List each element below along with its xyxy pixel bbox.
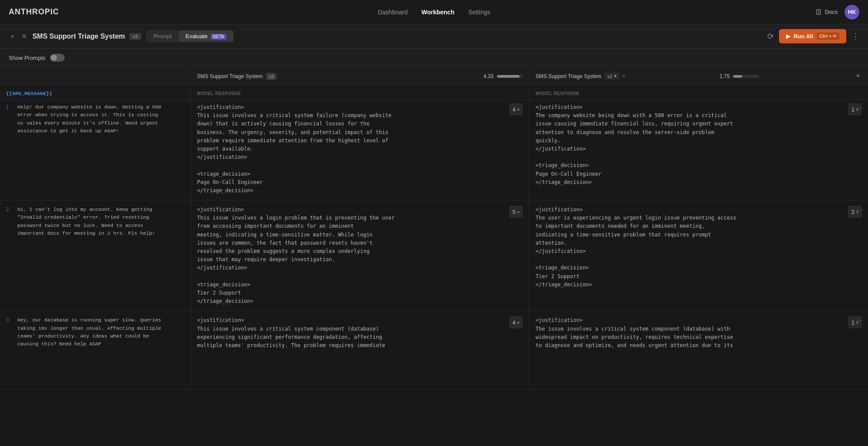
col1-version: v3: [266, 73, 276, 80]
toolbar: + ≡ SMS Support Triage System v3 Prompt …: [0, 24, 868, 49]
row1-response2-text: <justification> The company website bein…: [536, 103, 844, 195]
row2-response2-cell: <justification> The user is experiencing…: [529, 200, 868, 311]
row1-input-cell: 1 Help! Our company website is down. Get…: [0, 98, 191, 200]
row2-score1-value: 5: [513, 209, 516, 215]
table-header: SMS Support Triage System v3 4.33 SMS Su…: [0, 67, 868, 85]
row2-input-text: Hi, I can't log into my account. Keep ge…: [17, 206, 155, 305]
col2-score-value: 1.75: [720, 73, 730, 79]
row2-input-cell: 2 Hi, I can't log into my account. Keep …: [0, 200, 191, 311]
row2-score1-chevron-icon: ▾: [517, 210, 519, 214]
nav-settings[interactable]: Settings: [468, 9, 490, 16]
row3-response2-cell: <justification> The issue involves a cri…: [529, 311, 868, 389]
row3-response1-text: <justification> This issue involves a cr…: [197, 316, 505, 384]
row3-score1-value: 4: [513, 319, 516, 326]
row2-response2-text: <justification> The user is experiencing…: [536, 206, 844, 305]
main-table: SMS Support Triage System v3 4.33 SMS Su…: [0, 67, 868, 446]
run-all-label: Run All: [794, 33, 813, 39]
avatar[interactable]: HK: [845, 5, 859, 20]
show-prompts-toggle[interactable]: [50, 54, 65, 62]
col1-score-bar: [497, 75, 523, 78]
nav-dashboard[interactable]: Dashboard: [378, 9, 408, 16]
row2-response1-text: <justification> This issue involves a lo…: [197, 206, 505, 305]
project-title: SMS Support Triage System: [33, 33, 125, 40]
col2-model-info: SMS Support Triage System v1 ▾ ▾: [536, 72, 625, 80]
row1-ellipsis-button[interactable]: ⋯: [854, 102, 865, 112]
col2-version-label: v1: [607, 74, 612, 79]
col1-score-fill: [497, 75, 519, 78]
row3-response1-cell: <justification> This issue involves a cr…: [191, 311, 529, 389]
row1-score1-chevron-icon: ▾: [517, 107, 519, 112]
col2-score-fill: [733, 75, 742, 78]
row2-score1-badge[interactable]: 5 ▾: [509, 206, 523, 218]
col2-score: 1.75: [720, 73, 759, 79]
sh-model-response-1: MODEL RESPONSE: [191, 88, 529, 100]
add-button[interactable]: +: [9, 31, 16, 42]
row1-response2-cell: <justification> The company website bein…: [529, 98, 868, 200]
col2-model-name: SMS Support Triage System: [536, 73, 601, 79]
show-prompts-label: Show Prompts: [9, 55, 46, 61]
row2-ellipsis-button[interactable]: ⋯: [854, 205, 865, 215]
row2-actions: ⋯: [854, 205, 865, 215]
row3-input-cell: 3 Hey, our database is running super slo…: [0, 311, 191, 389]
col1-score: 4.33: [483, 73, 523, 79]
row3-ellipsis-button[interactable]: ⋯: [854, 315, 865, 325]
sh-variable: {{SMS_MESSAGE}}: [0, 88, 191, 100]
col2-chevron-right-icon: ▾: [623, 74, 625, 79]
row3-score1-badge[interactable]: 4 ▾: [509, 316, 523, 328]
docs-icon: [816, 9, 822, 15]
toolbar-left: + ≡ SMS Support Triage System v3 Prompt …: [9, 30, 762, 43]
row1-response1-text: <justification> This issue involves a cr…: [197, 103, 505, 195]
col1-model-info: SMS Support Triage System v3: [197, 73, 276, 80]
sh-model-response-2: MODEL RESPONSE: [529, 88, 868, 100]
col2-version-select[interactable]: v1 ▾: [605, 72, 619, 80]
toggle-knob: [51, 55, 57, 61]
th-input-col: [0, 67, 191, 85]
row1-actions: ⋯: [854, 102, 865, 112]
project-version: v3: [129, 33, 141, 40]
sub-header: {{SMS_MESSAGE}} MODEL RESPONSE MODEL RES…: [0, 88, 868, 100]
toolbar-right: ⟳ ▶ Run All Ctrl + ↵ ⋮: [767, 29, 860, 43]
tab-evaluate[interactable]: Evaluate BETA: [179, 31, 233, 42]
docs-label: Docs: [825, 9, 838, 15]
row3-response2-text: <justification> The issue involves a cri…: [536, 316, 844, 384]
list-button[interactable]: ≡: [20, 31, 28, 42]
nav-links: Dashboard Workbench Settings: [378, 9, 490, 16]
history-button[interactable]: ⟳: [767, 32, 774, 41]
col2-score-bar: [733, 75, 759, 78]
table-row: 3 Hey, our database is running super slo…: [0, 311, 868, 389]
run-shortcut: Ctrl + ↵: [817, 33, 839, 40]
add-column-button[interactable]: +: [854, 72, 862, 81]
docs-button[interactable]: Docs: [816, 9, 838, 15]
row2-response1-cell: <justification> This issue involves a lo…: [191, 200, 529, 311]
nav-right: Docs HK: [816, 5, 859, 20]
row2-number: 2: [6, 206, 13, 305]
row3-actions: ⋯: [854, 315, 865, 325]
run-all-button[interactable]: ▶ Run All Ctrl + ↵: [779, 29, 847, 43]
show-prompts-bar: Show Prompts: [0, 49, 868, 67]
nav-workbench[interactable]: Workbench: [421, 9, 454, 16]
table-row: 2 Hi, I can't log into my account. Keep …: [0, 200, 868, 311]
top-navigation: ANTHROPIC Dashboard Workbench Settings D…: [0, 0, 868, 24]
row3-input-text: Hey, our database is running super slow.…: [17, 316, 161, 384]
run-icon: ▶: [786, 33, 790, 39]
row1-number: 1: [6, 103, 13, 195]
row3-score1-chevron-icon: ▾: [517, 320, 519, 325]
more-options-button[interactable]: ⋮: [852, 32, 859, 41]
row1-score1-badge[interactable]: 4 ▾: [509, 103, 523, 115]
table-row: 1 Help! Our company website is down. Get…: [0, 98, 868, 200]
row1-input-text: Help! Our company website is down. Getti…: [17, 103, 161, 195]
row1-score1-value: 4: [513, 106, 516, 113]
tab-group: Prompt Evaluate BETA: [146, 30, 234, 43]
col1-model-name: SMS Support Triage System: [197, 73, 263, 79]
th-col2: SMS Support Triage System v1 ▾ ▾ 1.75 +: [529, 67, 868, 85]
th-col1: SMS Support Triage System v3 4.33: [191, 67, 529, 85]
logo: ANTHROPIC: [9, 7, 59, 16]
col2-chevron-icon: ▾: [614, 73, 617, 79]
col1-score-value: 4.33: [483, 73, 493, 79]
tab-prompt[interactable]: Prompt: [147, 31, 179, 42]
row1-response1-cell: <justification> This issue involves a cr…: [191, 98, 529, 200]
row3-number: 3: [6, 316, 13, 384]
beta-badge: BETA: [211, 34, 226, 39]
